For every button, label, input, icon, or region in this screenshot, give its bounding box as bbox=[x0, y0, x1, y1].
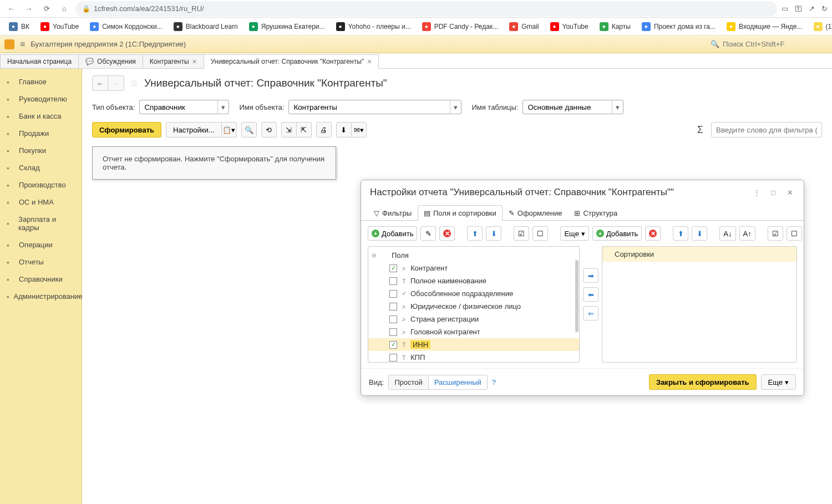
sidebar-item[interactable]: ▪Руководителю bbox=[0, 90, 82, 108]
chevron-down-icon[interactable]: ▾ bbox=[612, 100, 623, 114]
uncheck-all-button[interactable]: ☐ bbox=[532, 226, 548, 241]
app-tab[interactable]: 💬Обсуждения bbox=[78, 54, 143, 68]
view-advanced-button[interactable]: Расширенный bbox=[429, 375, 487, 389]
view-simple-button[interactable]: Простой bbox=[389, 375, 429, 389]
sort-asc-button[interactable]: A↓ bbox=[719, 226, 735, 241]
save-button[interactable]: ⬇ bbox=[336, 122, 352, 138]
ext-icon[interactable]: ▭ bbox=[782, 4, 788, 13]
obj-type-input[interactable] bbox=[140, 100, 217, 114]
app-tab[interactable]: Контрагенты× bbox=[143, 54, 204, 68]
bookmark-item[interactable]: ●Ярушкина Екатери... bbox=[245, 20, 329, 33]
help-icon[interactable]: ? bbox=[492, 378, 496, 386]
bookmark-item[interactable]: ●Yohoho - плееры и... bbox=[332, 20, 415, 33]
close-icon[interactable]: ✕ bbox=[785, 189, 795, 197]
bookmark-item[interactable]: ●YouTube bbox=[546, 20, 593, 33]
bookmark-item[interactable]: ●PDF Candy - Редак... bbox=[418, 20, 503, 33]
sidebar-item[interactable]: ▪Отчеты bbox=[0, 253, 82, 271]
refresh-button[interactable]: ⟲ bbox=[261, 122, 277, 138]
close-generate-button[interactable]: Закрыть и сформировать bbox=[649, 374, 757, 390]
checkbox[interactable] bbox=[389, 315, 397, 323]
app-search[interactable]: 🔍 bbox=[706, 38, 828, 50]
checkbox[interactable] bbox=[389, 277, 397, 285]
url-bar[interactable]: 🔒 1cfresh.com/a/ea/2241531/ru_RU/ bbox=[75, 1, 777, 17]
field-row[interactable]: > Страна регистрации bbox=[368, 313, 579, 325]
bookmark-item[interactable]: ●ВК bbox=[4, 20, 34, 33]
checkbox[interactable] bbox=[389, 303, 397, 310]
more-icon[interactable]: ⋮ bbox=[752, 189, 762, 197]
sort-down-button[interactable]: ⬇ bbox=[692, 226, 707, 241]
sidebar-item[interactable]: ▪Главное bbox=[0, 73, 82, 90]
field-row[interactable]: T КПП bbox=[368, 351, 579, 362]
tab-structure[interactable]: ⊞Структура bbox=[568, 205, 623, 221]
favorite-icon[interactable]: ☆ bbox=[130, 77, 139, 89]
email-button[interactable]: ✉▾ bbox=[351, 122, 367, 138]
back-button[interactable]: ← bbox=[4, 2, 18, 16]
forward-button[interactable]: → bbox=[22, 2, 35, 16]
sidebar-item[interactable]: ▪ОС и НМА bbox=[0, 194, 82, 211]
tab-fields[interactable]: ▤Поля и сортировки bbox=[418, 205, 503, 221]
checkbox[interactable] bbox=[389, 341, 397, 349]
find-button[interactable]: 🔍 bbox=[241, 122, 257, 138]
bookmark-item[interactable]: ●Карты bbox=[595, 20, 635, 33]
filter-input[interactable] bbox=[711, 122, 822, 138]
menu-icon[interactable]: ≡ bbox=[20, 39, 25, 49]
ext-icon[interactable]: ⚿ bbox=[795, 4, 802, 13]
fields-root[interactable]: ⊖ Поля bbox=[368, 249, 579, 262]
bookmark-item[interactable]: ●Blackboard Learn bbox=[169, 20, 242, 33]
check-all-sort-button[interactable]: ☑ bbox=[768, 226, 783, 241]
app-tab[interactable]: Универсальный отчет: Справочник "Контраг… bbox=[204, 54, 379, 69]
collapse-button[interactable]: ⇱ bbox=[296, 122, 312, 138]
bookmark-item[interactable]: ●YouTube bbox=[36, 20, 83, 33]
field-row[interactable]: > Юридическое / физическое лицо bbox=[368, 300, 579, 313]
sidebar-item[interactable]: ▪Производство bbox=[0, 176, 82, 194]
checkbox[interactable] bbox=[389, 264, 397, 272]
uncheck-all-sort-button[interactable]: ☐ bbox=[787, 226, 802, 241]
sidebar-item[interactable]: ▪Продажи bbox=[0, 125, 82, 142]
sidebar-item[interactable]: ▪Банк и касса bbox=[0, 108, 82, 125]
move-up-button[interactable]: ⬆ bbox=[467, 226, 483, 241]
sigma-icon[interactable]: Σ bbox=[697, 124, 703, 136]
more-button[interactable]: Еще ▾ bbox=[560, 226, 589, 241]
field-row[interactable]: > Головной контрагент bbox=[368, 325, 579, 338]
search-input[interactable] bbox=[723, 40, 823, 48]
sort-tree[interactable] bbox=[602, 262, 797, 362]
bookmark-item[interactable]: ●Симон Кордонски... bbox=[85, 20, 167, 33]
sidebar-item[interactable]: ▪Склад bbox=[0, 159, 82, 176]
move-all-left-button[interactable]: ⇐ bbox=[583, 306, 598, 320]
tab-design[interactable]: ✎Оформление bbox=[503, 205, 569, 221]
settings-menu-button[interactable]: 📋▾ bbox=[221, 122, 237, 138]
field-row[interactable]: > Контрагент bbox=[368, 262, 579, 274]
home-button[interactable]: ⌂ bbox=[58, 2, 71, 16]
move-down-button[interactable]: ⬇ bbox=[486, 226, 501, 241]
settings-button[interactable]: Настройки... bbox=[166, 122, 222, 138]
obj-name-input[interactable] bbox=[289, 100, 450, 114]
bookmark-item[interactable]: ●Gmail bbox=[505, 20, 543, 33]
bookmark-item[interactable]: ●Входящие — Янде... bbox=[722, 20, 807, 33]
ext-icon[interactable]: ↗ bbox=[809, 4, 815, 13]
generate-button[interactable]: Сформировать bbox=[92, 122, 161, 138]
move-right-button[interactable]: ➡ bbox=[583, 268, 598, 283]
sidebar-item[interactable]: ▪Покупки bbox=[0, 142, 82, 159]
sidebar-item[interactable]: ▪Операции bbox=[0, 236, 82, 253]
close-icon[interactable]: × bbox=[367, 58, 372, 65]
checkbox[interactable] bbox=[389, 328, 397, 336]
chevron-down-icon[interactable]: ▾ bbox=[450, 100, 461, 114]
add-sort-button[interactable]: +Добавить bbox=[592, 226, 642, 241]
sidebar-item[interactable]: ▪Справочники bbox=[0, 271, 82, 288]
reload-button[interactable]: ⟳ bbox=[40, 2, 53, 16]
page-forward-button[interactable]: → bbox=[108, 76, 124, 90]
bookmark-item[interactable]: ●Проект дома из га... bbox=[637, 20, 720, 33]
table-name-combo[interactable]: ▾ bbox=[522, 100, 623, 114]
field-row[interactable]: T Полное наименование bbox=[368, 274, 579, 287]
check-all-button[interactable]: ☑ bbox=[514, 226, 529, 241]
sort-up-button[interactable]: ⬆ bbox=[673, 226, 688, 241]
chevron-down-icon[interactable]: ▾ bbox=[217, 100, 229, 114]
expand-button[interactable]: ⇲ bbox=[281, 122, 297, 138]
scrollbar-thumb[interactable] bbox=[575, 260, 579, 332]
page-back-button[interactable]: ← bbox=[93, 76, 108, 90]
obj-type-combo[interactable]: ▾ bbox=[139, 100, 229, 114]
obj-name-combo[interactable]: ▾ bbox=[288, 100, 461, 114]
delete-sort-button[interactable]: ✕ bbox=[645, 226, 661, 241]
ext-icon[interactable]: ↻ bbox=[821, 4, 828, 13]
sort-desc-button[interactable]: A↑ bbox=[739, 226, 755, 241]
